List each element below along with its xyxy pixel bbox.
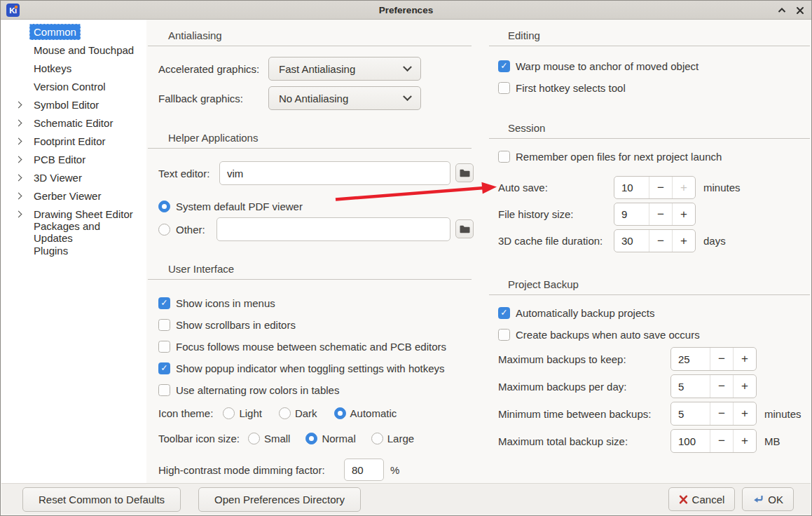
checkbox-focus-follows-mouse[interactable]: ✓ Focus follows mouse between schematic … xyxy=(158,339,472,353)
checkbox-first-hotkey[interactable]: ✓ First hotkey selects tool xyxy=(498,81,810,95)
file-history-value[interactable]: 9 xyxy=(614,203,649,225)
radio-icon[interactable] xyxy=(371,433,383,444)
toolbar-size-option-normal[interactable]: Normal xyxy=(305,433,355,444)
expand-chevron-icon[interactable] xyxy=(13,157,24,162)
max-backups-label: Maximum backups to keep: xyxy=(498,348,626,371)
file-history-spinner: 9 − + xyxy=(614,203,696,226)
checkbox-icon[interactable]: ✓ xyxy=(498,151,510,163)
plus-button[interactable]: + xyxy=(733,375,756,398)
sidebar-item-hotkeys[interactable]: Hotkeys xyxy=(1,59,146,77)
min-time-between-backups-row: Minimum time between backups: 5 − + minu… xyxy=(498,402,810,426)
expand-chevron-icon[interactable] xyxy=(13,139,24,144)
minus-button[interactable]: − xyxy=(710,430,733,452)
checkbox-icon[interactable]: ✓ xyxy=(498,307,510,319)
minus-button[interactable]: − xyxy=(710,348,733,370)
checkbox-icon[interactable]: ✓ xyxy=(158,319,170,331)
section-title-editing: Editing xyxy=(508,29,540,41)
minus-button[interactable]: − xyxy=(710,402,733,425)
radio-icon[interactable] xyxy=(305,433,317,444)
reset-common-to-defaults-button[interactable]: Reset Common to Defaults xyxy=(22,487,181,512)
expand-chevron-icon[interactable] xyxy=(13,194,24,198)
ok-button[interactable]: OK xyxy=(742,487,794,511)
sidebar-item-schematic-editor[interactable]: Schematic Editor xyxy=(1,114,146,132)
text-editor-label: Text editor: xyxy=(158,168,209,179)
checkbox-icon[interactable]: ✓ xyxy=(158,362,170,374)
cancel-button[interactable]: Cancel xyxy=(668,487,736,511)
cache-duration-value[interactable]: 30 xyxy=(614,230,649,252)
max-backups-value[interactable]: 25 xyxy=(671,348,710,370)
icon-theme-option-dark[interactable]: Dark xyxy=(279,407,317,419)
auto-save-unit: minutes xyxy=(703,176,741,199)
radio-icon[interactable] xyxy=(223,407,235,419)
max-backup-size-unit: MB xyxy=(764,430,780,453)
sidebar-item-symbol-editor[interactable]: Symbol Editor xyxy=(1,95,146,114)
checkbox-icon[interactable]: ✓ xyxy=(158,384,170,396)
checkbox-show-popup-indicator[interactable]: ✓ Show popup indicator when toggling set… xyxy=(158,361,472,375)
radio-icon[interactable] xyxy=(248,433,260,444)
system-pdf-viewer-option[interactable]: System default PDF viewer xyxy=(158,199,472,213)
browse-text-editor-button[interactable] xyxy=(455,163,474,182)
checkbox-icon[interactable]: ✓ xyxy=(498,329,510,341)
checkbox-warp-mouse[interactable]: ✓ Warp mouse to anchor of moved object xyxy=(498,59,810,73)
fallback-graphics-dropdown[interactable]: No Antialiasing xyxy=(268,86,421,110)
plus-button[interactable]: + xyxy=(733,348,756,370)
sidebar-item-mouse-and-touchpad[interactable]: Mouse and Touchpad xyxy=(1,41,146,59)
expand-chevron-icon[interactable] xyxy=(13,212,24,217)
right-column: Editing ✓ Warp mouse to anchor of moved … xyxy=(498,20,810,483)
sidebar-item-packages-and-updates[interactable]: Packages and Updates xyxy=(1,223,146,241)
accelerated-graphics-dropdown[interactable]: Fast Antialiasing xyxy=(268,57,421,81)
max-backup-size-value[interactable]: 100 xyxy=(671,430,710,452)
sidebar-item-3d-viewer[interactable]: 3D Viewer xyxy=(1,168,146,186)
plus-button[interactable]: + xyxy=(733,402,756,425)
minus-button[interactable]: − xyxy=(710,375,733,398)
min-time-between-backups-value[interactable]: 5 xyxy=(671,402,710,425)
minus-button[interactable]: − xyxy=(649,203,672,225)
sidebar-item-common[interactable]: Common xyxy=(1,22,146,41)
icon-theme-option-automatic[interactable]: Automatic xyxy=(334,407,397,419)
checkbox-icon[interactable]: ✓ xyxy=(498,60,510,72)
text-editor-input[interactable] xyxy=(219,161,450,185)
titlebar[interactable]: Ki Preferences xyxy=(1,1,811,20)
checkbox-auto-backup[interactable]: ✓ Automatically backup projects xyxy=(498,306,810,320)
toolbar-icon-size-row: Toolbar icon size: Small Normal Large xyxy=(158,431,472,445)
sidebar-item-footprint-editor[interactable]: Footprint Editor xyxy=(1,132,146,150)
checkbox-alternating-row-colors[interactable]: ✓ Use alternating row colors in tables xyxy=(158,383,472,397)
checkbox-icon[interactable]: ✓ xyxy=(158,297,170,309)
toolbar-size-option-large[interactable]: Large xyxy=(371,433,414,444)
expand-chevron-icon[interactable] xyxy=(13,121,24,125)
sidebar-item-version-control[interactable]: Version Control xyxy=(1,77,146,95)
preferences-sidebar: Common Mouse and Touchpad Hotkeys Versio… xyxy=(1,20,146,483)
radio-icon[interactable] xyxy=(334,407,346,419)
checkbox-icon[interactable]: ✓ xyxy=(158,341,170,353)
minus-button[interactable]: − xyxy=(649,177,672,198)
checkbox-remember-open-files[interactable]: ✓ Remember open files for next project l… xyxy=(498,149,810,163)
radio-icon[interactable] xyxy=(279,407,291,419)
checkbox-icon[interactable]: ✓ xyxy=(498,82,510,94)
browse-pdf-viewer-button[interactable] xyxy=(455,219,474,238)
sidebar-item-gerber-viewer[interactable]: Gerber Viewer xyxy=(1,186,146,205)
plus-button[interactable]: + xyxy=(672,230,695,252)
text-editor-row: Text editor: xyxy=(158,161,472,185)
checkbox-show-scrollbars[interactable]: ✓ Show scrollbars in editors xyxy=(158,318,472,332)
dimming-factor-input[interactable] xyxy=(344,459,384,481)
toolbar-size-option-small[interactable]: Small xyxy=(248,433,291,444)
checkbox-backup-on-autosave[interactable]: ✓ Create backups when auto save occurs xyxy=(498,327,810,341)
checkbox-show-icons-in-menus[interactable]: ✓ Show icons in menus xyxy=(158,296,472,310)
other-pdf-viewer-input[interactable] xyxy=(216,217,450,241)
minus-button[interactable]: − xyxy=(649,230,672,252)
plus-button[interactable]: + xyxy=(672,177,695,198)
icon-theme-option-light[interactable]: Light xyxy=(223,407,262,419)
expand-chevron-icon[interactable] xyxy=(13,102,24,107)
open-preferences-directory-button[interactable]: Open Preferences Directory xyxy=(198,487,361,512)
expand-chevron-icon[interactable] xyxy=(13,175,24,180)
sidebar-item-pcb-editor[interactable]: PCB Editor xyxy=(1,150,146,168)
auto-save-value[interactable]: 10 xyxy=(614,177,649,198)
shade-window-button[interactable] xyxy=(772,1,792,20)
backups-per-day-value[interactable]: 5 xyxy=(671,375,710,398)
radio-icon[interactable] xyxy=(158,201,170,212)
file-history-label: File history size: xyxy=(498,203,574,226)
plus-button[interactable]: + xyxy=(733,430,756,452)
close-window-button[interactable] xyxy=(790,1,810,20)
radio-icon[interactable] xyxy=(158,224,170,236)
plus-button[interactable]: + xyxy=(672,203,695,225)
